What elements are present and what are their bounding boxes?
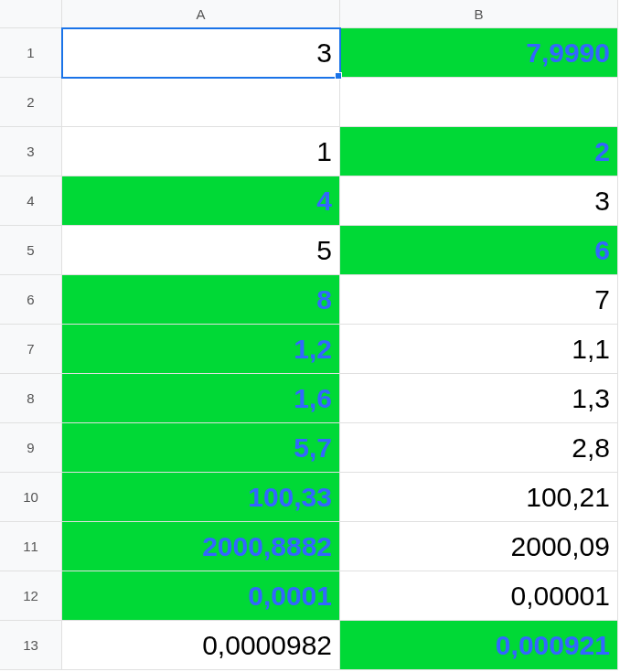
cell-B12[interactable]: 0,00001 [340, 571, 618, 621]
row-header-2[interactable]: 2 [0, 78, 62, 127]
row-header-12[interactable]: 12 [0, 571, 62, 621]
cell-A8[interactable]: 1,6 [62, 374, 340, 423]
col-header-A[interactable]: A [62, 0, 340, 28]
cell-B11[interactable]: 2000,09 [340, 522, 618, 571]
row-header-4[interactable]: 4 [0, 176, 62, 226]
cell-A3[interactable]: 1 [62, 127, 340, 176]
cell-A12[interactable]: 0,0001 [62, 571, 340, 621]
cell-A9[interactable]: 5,7 [62, 423, 340, 473]
cell-A5[interactable]: 5 [62, 226, 340, 275]
row-header-11[interactable]: 11 [0, 522, 62, 571]
select-all-corner[interactable] [0, 0, 62, 28]
cell-B4[interactable]: 3 [340, 176, 618, 226]
cell-A6[interactable]: 8 [62, 275, 340, 325]
row-header-13[interactable]: 13 [0, 621, 62, 670]
cell-B6[interactable]: 7 [340, 275, 618, 325]
row-header-3[interactable]: 3 [0, 127, 62, 176]
cell-B7[interactable]: 1,1 [340, 325, 618, 374]
col-header-B[interactable]: B [340, 0, 618, 28]
cell-A11[interactable]: 2000,8882 [62, 522, 340, 571]
cell-B9[interactable]: 2,8 [340, 423, 618, 473]
row-header-8[interactable]: 8 [0, 374, 62, 423]
cell-B2[interactable] [340, 78, 618, 127]
row-header-1[interactable]: 1 [0, 28, 62, 78]
row-header-6[interactable]: 6 [0, 275, 62, 325]
cell-B10[interactable]: 100,21 [340, 473, 618, 522]
row-header-5[interactable]: 5 [0, 226, 62, 275]
cell-A10[interactable]: 100,33 [62, 473, 340, 522]
row-header-9[interactable]: 9 [0, 423, 62, 473]
cell-A1[interactable]: 3 [62, 28, 340, 78]
cell-B8[interactable]: 1,3 [340, 374, 618, 423]
cell-A2[interactable] [62, 78, 340, 127]
cell-B13[interactable]: 0,000921 [340, 621, 618, 670]
cell-B1[interactable]: 7,9990 [340, 28, 618, 78]
cell-B5[interactable]: 6 [340, 226, 618, 275]
cell-A7[interactable]: 1,2 [62, 325, 340, 374]
row-header-10[interactable]: 10 [0, 473, 62, 522]
cell-A13[interactable]: 0,0000982 [62, 621, 340, 670]
row-header-7[interactable]: 7 [0, 325, 62, 374]
cell-B3[interactable]: 2 [340, 127, 618, 176]
cell-A4[interactable]: 4 [62, 176, 340, 226]
spreadsheet-grid: A B 1 3 7,9990 2 3 1 2 4 4 3 5 5 6 6 8 7… [0, 0, 620, 670]
